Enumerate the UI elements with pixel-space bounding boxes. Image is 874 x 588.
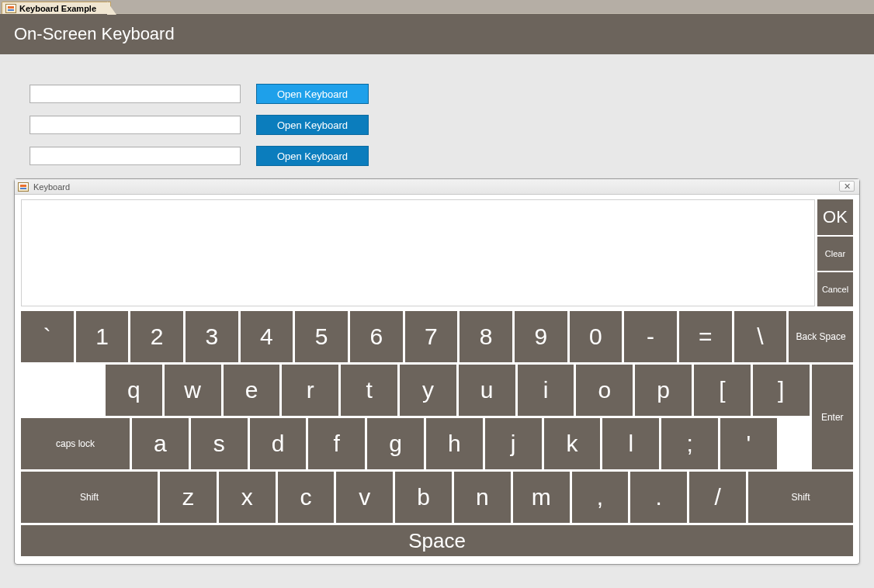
key-comma[interactable]: , bbox=[572, 472, 629, 523]
key-8[interactable]: 8 bbox=[460, 311, 512, 362]
key-a[interactable]: a bbox=[132, 418, 189, 469]
key-y[interactable]: y bbox=[400, 365, 456, 416]
ok-button[interactable]: OK bbox=[817, 199, 853, 235]
key-rows-2-3-wrap: q w e r t y u i o p [ ] caps lock bbox=[21, 365, 853, 469]
key-l[interactable]: l bbox=[602, 418, 659, 469]
form-icon bbox=[5, 4, 16, 13]
key-capslock[interactable]: caps lock bbox=[21, 418, 130, 469]
tab-label: Keyboard Example bbox=[19, 4, 96, 13]
form-row: Open Keyboard bbox=[29, 84, 874, 104]
keyboard-title: Keyboard bbox=[33, 182, 70, 192]
open-keyboard-button-1[interactable]: Open Keyboard bbox=[256, 84, 369, 104]
key-row-3: caps lock a s d f g h j k l ; ' bbox=[21, 418, 810, 469]
clear-button[interactable]: Clear bbox=[817, 237, 853, 271]
key-5[interactable]: 5 bbox=[295, 311, 348, 362]
key-6[interactable]: 6 bbox=[350, 311, 403, 362]
open-keyboard-button-3[interactable]: Open Keyboard bbox=[256, 146, 369, 166]
key-c[interactable]: c bbox=[278, 472, 335, 523]
form-row: Open Keyboard bbox=[29, 115, 874, 135]
key-9[interactable]: 9 bbox=[515, 311, 567, 362]
key-3[interactable]: 3 bbox=[186, 311, 238, 362]
open-keyboard-button-2[interactable]: Open Keyboard bbox=[256, 115, 369, 135]
key-k[interactable]: k bbox=[544, 418, 601, 469]
keyboard-body: OK Clear Cancel ` 1 2 3 4 5 6 7 8 9 0 - … bbox=[15, 195, 859, 564]
key-row-5: Space bbox=[21, 525, 853, 556]
key-j[interactable]: j bbox=[485, 418, 542, 469]
close-icon: ✕ bbox=[844, 182, 851, 192]
key-right-bracket[interactable]: ] bbox=[753, 365, 810, 416]
form-area: Open Keyboard Open Keyboard Open Keyboar… bbox=[0, 54, 874, 192]
key-semicolon[interactable]: ; bbox=[661, 418, 718, 469]
key-row-2: q w e r t y u i o p [ ] bbox=[21, 365, 810, 416]
key-o[interactable]: o bbox=[576, 365, 633, 416]
keyboard-window: Keyboard ✕ OK Clear Cancel ` 1 2 3 4 5 6 bbox=[14, 178, 860, 565]
key-minus[interactable]: - bbox=[624, 311, 677, 362]
key-p[interactable]: p bbox=[635, 365, 692, 416]
key-backspace[interactable]: Back Space bbox=[789, 311, 853, 362]
key-b[interactable]: b bbox=[395, 472, 452, 523]
keyboard-display[interactable] bbox=[21, 199, 815, 306]
key-7[interactable]: 7 bbox=[405, 311, 458, 362]
text-input-1[interactable] bbox=[29, 85, 241, 103]
cancel-button[interactable]: Cancel bbox=[817, 272, 853, 306]
key-e[interactable]: e bbox=[224, 365, 280, 416]
key-1[interactable]: 1 bbox=[76, 311, 129, 362]
keyboard-rows: ` 1 2 3 4 5 6 7 8 9 0 - = \ Back Space bbox=[19, 311, 855, 559]
key-g[interactable]: g bbox=[367, 418, 424, 469]
key-0[interactable]: 0 bbox=[570, 311, 623, 362]
key-x[interactable]: x bbox=[219, 472, 276, 523]
key-backslash[interactable]: \ bbox=[734, 311, 787, 362]
key-m[interactable]: m bbox=[513, 472, 570, 523]
key-z[interactable]: z bbox=[160, 472, 217, 523]
key-n[interactable]: n bbox=[454, 472, 511, 523]
key-t[interactable]: t bbox=[341, 365, 397, 416]
key-row-4: Shift z x c v b n m , . / Shift bbox=[21, 472, 853, 523]
key-u[interactable]: u bbox=[459, 365, 515, 416]
key-w[interactable]: w bbox=[165, 365, 221, 416]
key-f[interactable]: f bbox=[308, 418, 365, 469]
key-i[interactable]: i bbox=[518, 365, 574, 416]
tab-keyboard-example[interactable]: Keyboard Example bbox=[2, 2, 111, 14]
key-apostrophe[interactable]: ' bbox=[720, 418, 777, 469]
key-2[interactable]: 2 bbox=[130, 311, 183, 362]
form-icon bbox=[18, 182, 29, 192]
key-shift-right[interactable]: Shift bbox=[748, 472, 853, 523]
keyboard-side-buttons: OK Clear Cancel bbox=[817, 199, 853, 306]
key-left-bracket[interactable]: [ bbox=[694, 365, 751, 416]
text-input-3[interactable] bbox=[29, 147, 241, 165]
key-q[interactable]: q bbox=[106, 365, 162, 416]
close-button[interactable]: ✕ bbox=[839, 181, 855, 192]
key-equals[interactable]: = bbox=[679, 311, 732, 362]
tab-strip: Keyboard Example bbox=[0, 0, 874, 14]
form-row: Open Keyboard bbox=[29, 146, 874, 166]
key-row-1: ` 1 2 3 4 5 6 7 8 9 0 - = \ Back Space bbox=[21, 311, 853, 362]
key-space[interactable]: Space bbox=[21, 525, 853, 556]
key-rows-2-3-left: q w e r t y u i o p [ ] caps lock bbox=[21, 365, 810, 469]
key-r[interactable]: r bbox=[282, 365, 338, 416]
key-enter[interactable]: Enter bbox=[812, 365, 853, 469]
key-period[interactable]: . bbox=[630, 472, 687, 523]
key-4[interactable]: 4 bbox=[241, 311, 293, 362]
key-backtick[interactable]: ` bbox=[21, 311, 74, 362]
row2-spacer bbox=[21, 365, 103, 416]
key-h[interactable]: h bbox=[426, 418, 483, 469]
key-s[interactable]: s bbox=[191, 418, 248, 469]
key-slash[interactable]: / bbox=[689, 472, 746, 523]
key-d[interactable]: d bbox=[250, 418, 307, 469]
text-input-2[interactable] bbox=[29, 116, 241, 134]
page-title: On-Screen Keyboard bbox=[14, 24, 175, 44]
keyboard-titlebar[interactable]: Keyboard ✕ bbox=[15, 179, 859, 195]
key-v[interactable]: v bbox=[336, 472, 393, 523]
keyboard-top: OK Clear Cancel bbox=[19, 199, 855, 306]
page-header: On-Screen Keyboard bbox=[0, 14, 874, 54]
key-shift-left[interactable]: Shift bbox=[21, 472, 158, 523]
